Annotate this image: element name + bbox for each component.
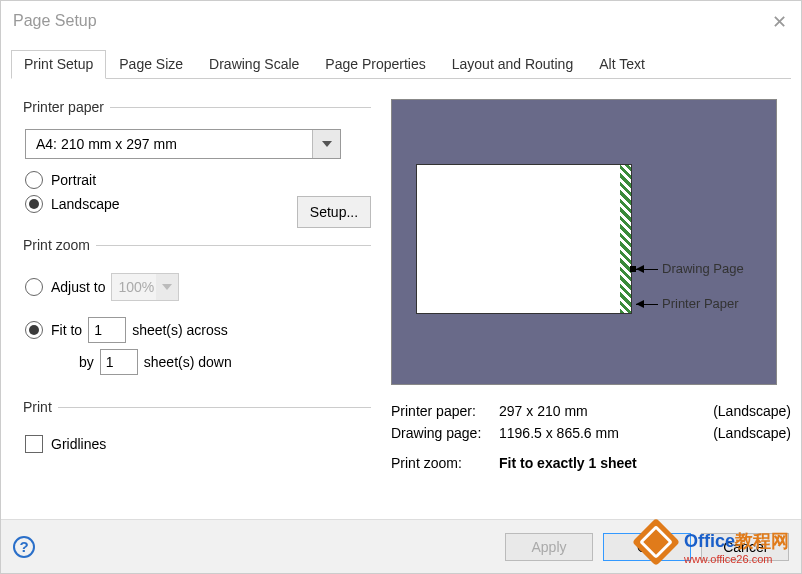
preview-drawing-page-label: Drawing Page [662, 261, 744, 276]
preview-printer-paper-edge [620, 164, 632, 314]
radio-icon-checked [25, 321, 43, 339]
info-drawing-page-label: Drawing page: [391, 425, 499, 441]
landscape-label: Landscape [51, 196, 120, 212]
radio-icon-unchecked [25, 171, 43, 189]
help-icon[interactable]: ? [13, 536, 35, 558]
chevron-down-icon[interactable] [312, 130, 340, 158]
title-bar: Page Setup ✕ [1, 1, 801, 41]
info-print-zoom-value: Fit to exactly 1 sheet [499, 455, 637, 471]
zoom-percent-value: 100% [112, 279, 154, 295]
print-zoom-legend: Print zoom [21, 237, 96, 253]
sheets-across-label: sheet(s) across [132, 322, 228, 338]
tab-page-properties[interactable]: Page Properties [312, 50, 438, 79]
fit-to-label: Fit to [51, 322, 82, 338]
arrow-left-icon [636, 300, 644, 308]
preview-drawing-page [416, 164, 626, 314]
page-setup-dialog: Page Setup ✕ Print Setup Page Size Drawi… [0, 0, 802, 574]
paper-size-select[interactable]: A4: 210 mm x 297 mm [25, 129, 341, 159]
info-print-zoom-label: Print zoom: [391, 455, 499, 471]
preview-printer-paper-label: Printer Paper [662, 296, 739, 311]
by-label: by [79, 354, 94, 370]
info-printer-paper-label: Printer paper: [391, 403, 499, 419]
printer-paper-legend: Printer paper [21, 99, 110, 115]
apply-button: Apply [505, 533, 593, 561]
info-drawing-page-value: 1196.5 x 865.6 mm [499, 425, 659, 441]
watermark-text-1a: Office [684, 531, 735, 551]
radio-icon-checked [25, 195, 43, 213]
watermark-text-1b: 教程网 [735, 531, 789, 551]
sheets-down-label: sheet(s) down [144, 354, 232, 370]
info-printer-paper-orient: (Landscape) [659, 403, 791, 419]
portrait-label: Portrait [51, 172, 96, 188]
gridlines-label: Gridlines [51, 436, 106, 452]
tab-strip: Print Setup Page Size Drawing Scale Page… [11, 49, 791, 79]
fit-to-radio-row[interactable]: Fit to 1 sheet(s) across [25, 317, 371, 343]
arrow-left-icon [636, 265, 644, 273]
adjust-to-label: Adjust to [51, 279, 105, 295]
portrait-radio-row[interactable]: Portrait [25, 171, 371, 189]
tab-drawing-scale[interactable]: Drawing Scale [196, 50, 312, 79]
tab-alt-text[interactable]: Alt Text [586, 50, 658, 79]
sheets-down-input[interactable]: 1 [100, 349, 138, 375]
print-legend: Print [21, 399, 58, 415]
page-preview: Drawing Page Printer Paper [391, 99, 777, 385]
watermark-text-2: www.office26.com [684, 553, 789, 565]
adjust-to-radio-row[interactable]: Adjust to 100% [25, 273, 371, 301]
gridlines-checkbox-row[interactable]: Gridlines [25, 435, 371, 453]
chevron-down-icon [156, 274, 178, 300]
info-drawing-page-orient: (Landscape) [659, 425, 791, 441]
close-icon[interactable]: ✕ [772, 11, 787, 33]
tab-page-size[interactable]: Page Size [106, 50, 196, 79]
tab-print-setup[interactable]: Print Setup [11, 50, 106, 79]
watermark: Office教程网 www.office26.com [684, 529, 789, 565]
print-zoom-group: Print zoom Adjust to 100% Fit to 1 sheet… [21, 237, 371, 381]
tab-layout-routing[interactable]: Layout and Routing [439, 50, 586, 79]
zoom-percent-select: 100% [111, 273, 179, 301]
sheets-across-input[interactable]: 1 [88, 317, 126, 343]
radio-icon-unchecked [25, 278, 43, 296]
window-title: Page Setup [13, 12, 97, 30]
setup-button[interactable]: Setup... [297, 196, 371, 228]
fit-to-by-row: by 1 sheet(s) down [79, 349, 371, 375]
checkbox-icon-unchecked [25, 435, 43, 453]
dialog-footer: ? Apply OK Cancel [1, 519, 801, 573]
print-group: Print Gridlines [21, 399, 371, 459]
paper-size-value: A4: 210 mm x 297 mm [26, 136, 177, 152]
info-table: Printer paper: 297 x 210 mm (Landscape) … [391, 403, 791, 471]
info-printer-paper-value: 297 x 210 mm [499, 403, 659, 419]
